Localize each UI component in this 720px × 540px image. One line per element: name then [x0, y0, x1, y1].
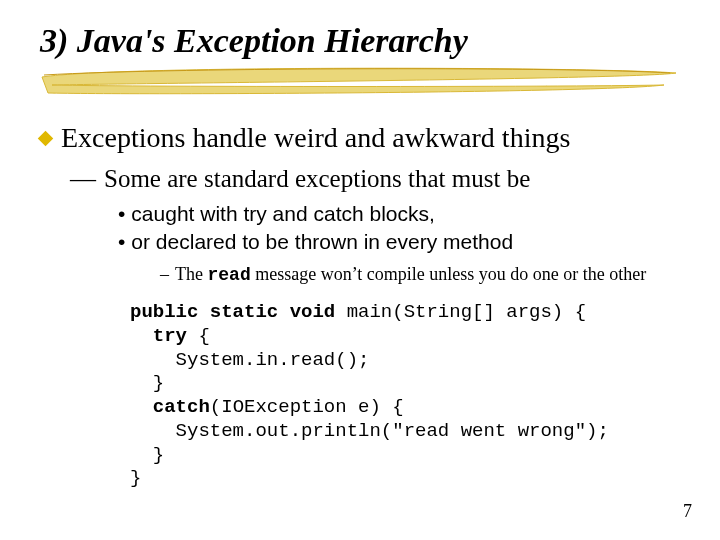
note-pre: The	[175, 264, 207, 284]
bullet3b-text: or declared to be thrown in every method	[131, 230, 513, 253]
code-l5b: (IOException e) {	[210, 396, 404, 418]
bullet2-text: Some are standard exceptions that must b…	[104, 165, 530, 194]
code-block: public static void main(String[] args) {…	[130, 301, 680, 491]
code-kw3: catch	[153, 396, 210, 418]
code-kw1: public static void	[130, 301, 335, 323]
bullet3a: •caught with try and catch blocks,	[118, 200, 680, 228]
code-kw2: try	[153, 325, 187, 347]
ndash-icon: –	[160, 264, 169, 284]
bullet3a-text: caught with try and catch blocks,	[131, 202, 435, 225]
diamond-icon	[38, 131, 54, 147]
bullet3b: •or declared to be thrown in every metho…	[118, 228, 680, 256]
bullet1-text: Exceptions handle weird and awkward thin…	[61, 121, 570, 155]
code-l3: System.in.read();	[130, 349, 369, 371]
code-l8: }	[130, 467, 141, 489]
note-code: read	[207, 265, 250, 285]
code-l2b: {	[187, 325, 210, 347]
bullet-dot-icon: •	[118, 202, 125, 225]
bullet-level1: Exceptions handle weird and awkward thin…	[40, 121, 680, 155]
code-l1b: main(String[] args) {	[335, 301, 586, 323]
bullet-level4: –The read message won’t compile unless y…	[160, 264, 680, 287]
code-l7: }	[130, 444, 164, 466]
brush-underline	[40, 63, 680, 97]
page-number: 7	[683, 501, 692, 522]
note-post: message won’t compile unless you do one …	[251, 264, 647, 284]
bullet-level2: — Some are standard exceptions that must…	[70, 165, 680, 194]
slide: 3) Java's Exception Hierarchy Exceptions…	[0, 0, 720, 540]
bullet-dot-icon: •	[118, 230, 125, 253]
code-l4: }	[130, 372, 164, 394]
bullet-level3: •caught with try and catch blocks, •or d…	[118, 200, 680, 257]
code-l6: System.out.println("read went wrong");	[130, 420, 609, 442]
dash-icon: —	[70, 165, 96, 194]
slide-title: 3) Java's Exception Hierarchy	[40, 22, 680, 59]
